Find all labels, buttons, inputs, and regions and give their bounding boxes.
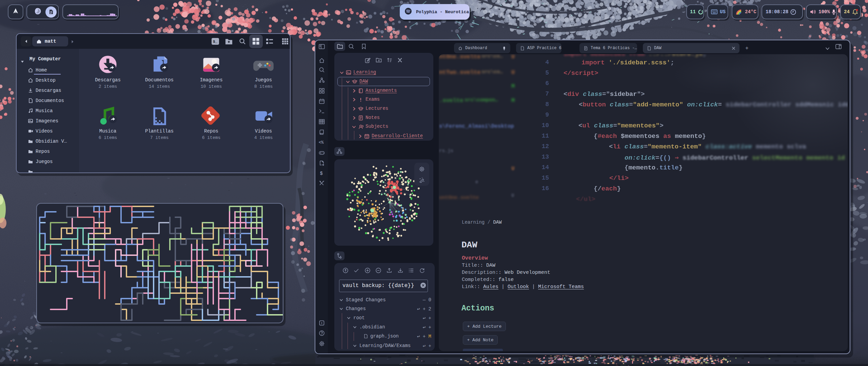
svg-text:$_: $_ [213, 40, 218, 44]
svg-text:$: $ [320, 171, 323, 176]
svg-text:15: 15 [366, 136, 369, 139]
svg-text:<%: <% [319, 140, 324, 145]
